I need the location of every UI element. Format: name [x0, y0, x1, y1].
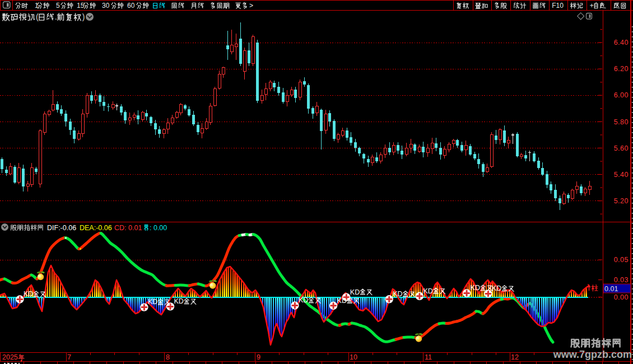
- svg-text:(: (: [36, 12, 39, 21]
- svg-text:5: 5: [56, 2, 60, 10]
- svg-text:www.7gpzb.com: www.7gpzb.com: [553, 349, 632, 360]
- svg-text:8: 8: [166, 353, 170, 361]
- svg-text:30: 30: [102, 2, 110, 10]
- svg-text:0.03: 0.03: [614, 276, 629, 284]
- svg-text:0.01: 0.01: [604, 285, 618, 293]
- svg-text:KD: KD: [174, 297, 184, 305]
- svg-text:KD: KD: [350, 288, 360, 296]
- svg-text:6.20: 6.20: [614, 65, 629, 73]
- svg-text:DEA:-0.06: DEA:-0.06: [80, 224, 112, 232]
- svg-text:KD: KD: [471, 284, 480, 292]
- svg-text:5.40: 5.40: [614, 171, 629, 179]
- svg-text:10: 10: [350, 353, 357, 361]
- svg-text:KD: KD: [148, 298, 157, 306]
- svg-text:0.00: 0.00: [614, 293, 629, 301]
- svg-text:12: 12: [511, 353, 519, 361]
- svg-text:F10: F10: [552, 2, 564, 10]
- svg-text:KD: KD: [393, 290, 402, 298]
- svg-text:KD: KD: [492, 284, 501, 292]
- svg-text:CD: 0.01: CD: 0.01: [114, 224, 142, 232]
- svg-text:KD: KD: [337, 297, 347, 305]
- svg-text:7: 7: [67, 353, 71, 361]
- svg-text:+: +: [590, 2, 594, 10]
- svg-text:5.80: 5.80: [614, 118, 629, 126]
- svg-text:KD: KD: [423, 287, 432, 295]
- svg-text:KD: KD: [24, 290, 33, 298]
- svg-text:.: .: [55, 12, 57, 21]
- svg-text:5.60: 5.60: [614, 144, 629, 152]
- svg-text:2025: 2025: [2, 353, 18, 361]
- svg-text:15: 15: [77, 2, 85, 10]
- svg-text:>: >: [249, 2, 253, 10]
- svg-text:60: 60: [127, 2, 135, 10]
- svg-text:: 0.00: : 0.00: [150, 224, 167, 232]
- svg-text:DIF:-0.06: DIF:-0.06: [47, 224, 76, 232]
- svg-text:0.05: 0.05: [614, 256, 629, 264]
- svg-text:KD: KD: [299, 296, 308, 304]
- svg-text:): ): [82, 12, 85, 21]
- svg-text:5.20: 5.20: [614, 197, 629, 205]
- svg-text:6.40: 6.40: [614, 39, 629, 46]
- svg-text:11: 11: [425, 353, 432, 361]
- svg-text:9: 9: [257, 353, 260, 361]
- svg-text:6.00: 6.00: [614, 91, 629, 99]
